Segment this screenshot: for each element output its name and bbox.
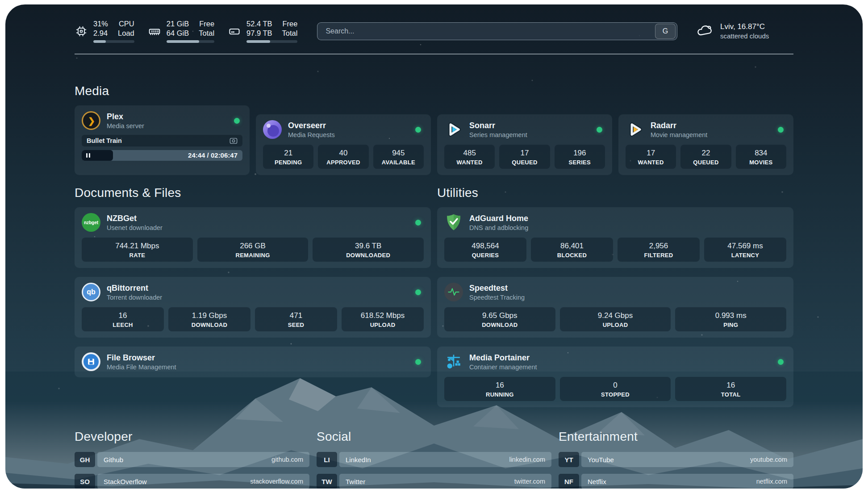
- bookmark-abbr: GH: [75, 452, 95, 467]
- disk-total-value: 97.9 TB: [246, 29, 272, 38]
- service-description: DNS and adblocking: [469, 224, 528, 231]
- memory-stat-widget: 21 GiB 64 GiB Free Total: [148, 19, 214, 43]
- cpu-load-label: Load: [118, 29, 134, 38]
- stat-box: 471SEED: [255, 307, 337, 331]
- filebrowser-card[interactable]: File Browser Media File Management: [75, 347, 431, 377]
- status-online-dot: [415, 359, 421, 365]
- service-name: qBittorrent: [107, 283, 162, 293]
- bookmark-abbr: LI: [317, 452, 337, 467]
- now-playing-row: Bullet Train: [82, 135, 242, 146]
- service-name: Sonarr: [469, 121, 527, 130]
- developer-section-title: Developer: [75, 430, 309, 444]
- documents-section: Documents & Files nzbget NZBGet Usenet d…: [75, 186, 431, 407]
- pause-icon: [86, 153, 90, 158]
- bookmark-github[interactable]: GH Github github.com: [75, 452, 309, 467]
- disk-icon: [228, 25, 241, 38]
- stat-box: 86,401BLOCKED: [531, 238, 613, 262]
- stat-box: 1.19 GbpsDOWNLOAD: [168, 307, 250, 331]
- cpu-stat-widget: 31% 2.94 CPU Load: [75, 19, 134, 43]
- nzbget-card[interactable]: nzbget NZBGet Usenet downloader 744.21 M…: [75, 207, 431, 268]
- topbar-divider: [75, 54, 793, 54]
- service-name: Plex: [107, 112, 144, 121]
- memory-icon: [148, 25, 161, 38]
- overseerr-card[interactable]: Overseerr Media Requests 21PENDING 40APP…: [256, 114, 431, 175]
- status-online-dot: [234, 118, 240, 124]
- stat-box: 945AVAILABLE: [373, 145, 424, 169]
- overseerr-icon: [263, 120, 282, 139]
- utilities-section: Utilities AdGuard Home: [437, 186, 793, 407]
- top-bar: 31% 2.94 CPU Load: [75, 19, 793, 43]
- qbittorrent-icon: qb: [82, 283, 100, 301]
- service-description: Media File Management: [107, 363, 176, 371]
- stat-box: 16LEECH: [82, 307, 164, 331]
- plex-icon: ❯: [82, 111, 100, 130]
- disk-progress-bar: [246, 40, 297, 43]
- stat-box: 16TOTAL: [675, 377, 786, 401]
- service-description: Series management: [469, 131, 527, 138]
- sonarr-card[interactable]: Sonarr Series management 485WANTED 17QUE…: [437, 114, 612, 175]
- disk-free-label: Free: [282, 19, 297, 29]
- service-name: Speedtest: [469, 283, 525, 293]
- utilities-section-title: Utilities: [437, 186, 793, 200]
- service-description: Media Requests: [288, 131, 335, 138]
- plex-card[interactable]: ❯ Plex Media server Bullet Train: [75, 105, 250, 175]
- memory-free-label: Free: [199, 19, 214, 29]
- bookmark-linkedin[interactable]: LI LinkedIn linkedin.com: [317, 452, 551, 467]
- weather-condition: scattered clouds: [720, 32, 769, 40]
- social-section-title: Social: [317, 430, 551, 444]
- cast-icon: [230, 138, 238, 144]
- memory-total-label: Total: [199, 29, 214, 38]
- portainer-card[interactable]: Media Portainer Container management 16R…: [437, 347, 793, 407]
- stat-box: 834MOVIES: [736, 145, 786, 169]
- service-description: Usenet downloader: [107, 224, 163, 231]
- bookmark-url: youtube.com: [750, 456, 787, 463]
- radarr-card[interactable]: Radarr Movie management 17WANTED 22QUEUE…: [618, 114, 793, 175]
- disk-stat-widget: 52.4 TB 97.9 TB Free Total: [228, 19, 297, 43]
- cpu-progress-bar: [93, 40, 134, 43]
- stat-box: 196SERIES: [555, 145, 605, 169]
- search-input[interactable]: [317, 27, 655, 35]
- speedtest-icon: [444, 283, 463, 301]
- adguard-card[interactable]: AdGuard Home DNS and adblocking 498,564Q…: [437, 207, 793, 268]
- weather-widget: Lviv, 16.87°C scattered clouds: [696, 22, 793, 40]
- stat-box: 9.65 GbpsDOWNLOAD: [444, 307, 555, 331]
- stat-box: 21PENDING: [263, 145, 313, 169]
- bookmark-twitter[interactable]: TW Twitter twitter.com: [317, 474, 551, 489]
- bookmark-youtube[interactable]: YT YouTube youtube.com: [559, 452, 793, 467]
- bookmark-name: StackOverflow: [104, 478, 147, 485]
- memory-progress-bar: [167, 40, 214, 43]
- service-name: File Browser: [107, 353, 176, 363]
- bookmark-stackoverflow[interactable]: SO StackOverflow stackoverflow.com: [75, 474, 309, 489]
- status-online-dot: [415, 289, 421, 295]
- stat-box: 40APPROVED: [318, 145, 368, 169]
- stat-box: 0.993 msPING: [675, 307, 786, 331]
- entertainment-section: Entertainment YT YouTube youtube.com NF …: [559, 430, 793, 489]
- bookmark-name: Github: [104, 456, 123, 464]
- stat-box: 498,564QUERIES: [444, 238, 526, 262]
- service-name: AdGuard Home: [469, 213, 528, 223]
- developer-section: Developer GH Github github.com SO StackO…: [75, 430, 309, 489]
- stat-box: 22QUEUED: [680, 145, 731, 169]
- stat-box: 17QUEUED: [499, 145, 550, 169]
- stat-box: 485WANTED: [444, 145, 495, 169]
- qbittorrent-card[interactable]: qb qBittorrent Torrent downloader 16LEEC…: [75, 277, 431, 338]
- search-provider-button[interactable]: G: [655, 24, 676, 39]
- stat-box: 17WANTED: [626, 145, 676, 169]
- memory-free-value: 21 GiB: [167, 19, 189, 29]
- bookmark-url: linkedin.com: [509, 456, 545, 463]
- stat-box: 618.52 MbpsUPLOAD: [342, 307, 424, 331]
- cpu-icon: [75, 25, 88, 38]
- bookmark-url: stackoverflow.com: [250, 478, 303, 485]
- bookmark-url: netflix.com: [756, 478, 787, 485]
- speedtest-card[interactable]: Speedtest Speedtest Tracking 9.65 GbpsDO…: [437, 277, 793, 338]
- service-name: Radarr: [651, 121, 707, 130]
- service-description: Media server: [107, 122, 144, 130]
- portainer-icon: [444, 352, 463, 371]
- service-description: Torrent downloader: [107, 294, 162, 301]
- service-name: Media Portainer: [469, 353, 537, 363]
- media-section-title: Media: [75, 84, 793, 98]
- service-name: Overseerr: [288, 121, 335, 130]
- bookmark-netflix[interactable]: NF Netflix netflix.com: [559, 474, 793, 489]
- social-section: Social LI LinkedIn linkedin.com TW Twitt…: [317, 430, 551, 489]
- bookmark-abbr: YT: [559, 452, 579, 467]
